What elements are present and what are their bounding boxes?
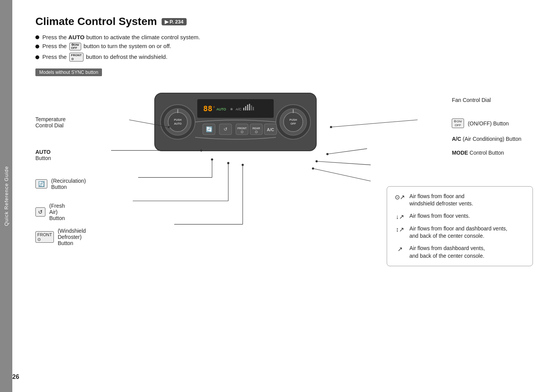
bullet-2: Press the ⚙ON/OFF button to turn the sys… xyxy=(35,43,533,50)
svg-text:A/C: A/C xyxy=(235,107,242,111)
svg-rect-24 xyxy=(253,107,254,110)
fresh-air-label-text: (Fresh Air) Button xyxy=(49,203,65,221)
info-row-3: ↕↗ Air flows from floor and dashboard ve… xyxy=(394,225,526,240)
badge-page: P. 234 xyxy=(170,19,184,25)
onoff-button-text: (ON/OFF) Button xyxy=(468,120,509,127)
bullet-text-3: Press the FRONT⊙ button to defrost the w… xyxy=(42,53,167,62)
info-text-1: Air flows from floor andwindshield defro… xyxy=(409,193,473,208)
models-badge: Models without SYNC button xyxy=(35,68,102,76)
bullet-dot-2 xyxy=(35,45,39,48)
bullet-text-2: Press the ⚙ON/OFF button to turn the sys… xyxy=(42,43,171,50)
main-content: Climate Control System ▶ P. 234 Press th… xyxy=(12,0,556,392)
label-defroster-button: FRONT⊙ (Windshield Defroster) Button xyxy=(35,228,86,246)
svg-line-56 xyxy=(313,168,371,181)
right-labels: Fan Control Dial ⚙ON/OFF (ON/OFF) Button… xyxy=(452,97,521,156)
svg-point-53 xyxy=(326,153,329,155)
svg-text:A/C: A/C xyxy=(267,127,274,132)
svg-text:AUTO: AUTO xyxy=(174,122,182,125)
svg-text:❄: ❄ xyxy=(230,107,233,111)
svg-line-52 xyxy=(327,149,367,154)
label-recirc-button: 🔄 (Recirculation) Button xyxy=(35,178,86,190)
svg-point-43 xyxy=(211,158,213,161)
title-row: Climate Control System ▶ P. 234 xyxy=(35,15,533,28)
info-row-4: ↗ Air flows from dashboard vents,and bac… xyxy=(394,245,526,260)
svg-point-9 xyxy=(284,112,303,132)
svg-rect-20 xyxy=(245,106,246,110)
auto-label: AUTO xyxy=(68,34,85,40)
svg-rect-19 xyxy=(243,108,244,110)
svg-text:AUTO: AUTO xyxy=(217,107,226,111)
sidebar-label: Quick Reference Guide xyxy=(3,166,9,226)
svg-point-57 xyxy=(312,167,314,170)
page-reference-badge: ▶ P. 234 xyxy=(162,18,187,25)
defroster-inline-icon: FRONT⊙ xyxy=(69,53,84,62)
svg-text:⊙: ⊙ xyxy=(240,130,244,134)
recirc-label-text: (Recirculation) Button xyxy=(51,178,86,190)
info-icon-2: ↓↗ xyxy=(394,213,406,220)
bullet-dot-1 xyxy=(35,35,39,39)
svg-point-55 xyxy=(316,160,318,163)
defroster-icon-box: FRONT⊙ xyxy=(35,231,54,243)
svg-text:OFF: OFF xyxy=(291,122,296,125)
svg-point-51 xyxy=(330,126,332,128)
bullet-text-1: Press the AUTO button to activate the cl… xyxy=(42,34,200,40)
svg-point-3 xyxy=(168,112,187,132)
label-fresh-air-button: ↺ (Fresh Air) Button xyxy=(35,203,65,221)
svg-rect-22 xyxy=(249,104,250,110)
svg-rect-21 xyxy=(247,105,248,110)
bullet-3: Press the FRONT⊙ button to defrost the w… xyxy=(35,53,533,62)
info-box: ⊙↗ Air flows from floor andwindshield de… xyxy=(387,186,533,267)
label-temp-dial: Temperature Control Dial xyxy=(35,116,66,128)
svg-text:°: ° xyxy=(213,105,215,110)
info-row-2: ↓↗ Air flows from floor vents. xyxy=(394,212,526,220)
label-mode-button: MODE Control Button xyxy=(452,150,521,156)
recirc-icon-box: 🔄 xyxy=(35,179,47,188)
svg-line-50 xyxy=(331,120,417,127)
badge-arrow: ▶ xyxy=(165,19,169,25)
onoff-inline-icon: ⚙ON/OFF xyxy=(69,43,81,50)
climate-panel: PUSH AUTO PUSH OFF 88 ° AUTO xyxy=(151,89,320,155)
svg-text:PUSH: PUSH xyxy=(289,118,297,121)
page-title: Climate Control System xyxy=(35,15,157,28)
info-icon-3: ↕↗ xyxy=(394,226,406,233)
label-fan-dial: Fan Control Dial xyxy=(452,97,521,103)
info-text-2: Air flows from floor vents. xyxy=(409,212,470,220)
svg-text:🔄: 🔄 xyxy=(206,126,213,133)
defroster-label-text: (Windshield Defroster) Button xyxy=(58,228,86,246)
svg-line-54 xyxy=(317,161,371,165)
info-text-4: Air flows from dashboard vents,and back … xyxy=(409,245,485,260)
page-number: 26 xyxy=(12,374,19,380)
svg-text:PUSH: PUSH xyxy=(174,118,181,121)
svg-text:FRONT: FRONT xyxy=(237,127,247,130)
label-ac-button: A/C (Air Conditioning) Button xyxy=(452,136,521,142)
info-text-3: Air flows from floor and dashboard vents… xyxy=(409,225,507,240)
label-onoff-button: ⚙ON/OFF (ON/OFF) Button xyxy=(452,118,521,128)
fresh-air-icon-box: ↺ xyxy=(35,207,45,217)
onoff-icon-box: ⚙ON/OFF xyxy=(452,118,464,128)
svg-point-49 xyxy=(242,164,244,166)
bullet-list: Press the AUTO button to activate the cl… xyxy=(35,34,533,62)
svg-rect-23 xyxy=(251,105,252,110)
svg-point-46 xyxy=(227,162,229,164)
bullet-1: Press the AUTO button to activate the cl… xyxy=(35,34,533,40)
sidebar: Quick Reference Guide xyxy=(0,0,12,392)
info-icon-1: ⊙↗ xyxy=(394,193,406,201)
diagram-area: Temperature Control Dial AUTO Button 🔄 (… xyxy=(35,82,533,266)
svg-text:⊙: ⊙ xyxy=(255,130,258,134)
svg-text:↺: ↺ xyxy=(224,127,227,132)
bullet-dot-3 xyxy=(35,55,39,59)
info-icon-4: ↗ xyxy=(394,245,406,253)
panel-svg: PUSH AUTO PUSH OFF 88 ° AUTO xyxy=(151,89,320,155)
svg-text:REAR: REAR xyxy=(252,127,260,130)
svg-text:88: 88 xyxy=(203,104,212,113)
label-auto-button: AUTO Button xyxy=(35,149,51,161)
info-row-1: ⊙↗ Air flows from floor andwindshield de… xyxy=(394,193,526,208)
